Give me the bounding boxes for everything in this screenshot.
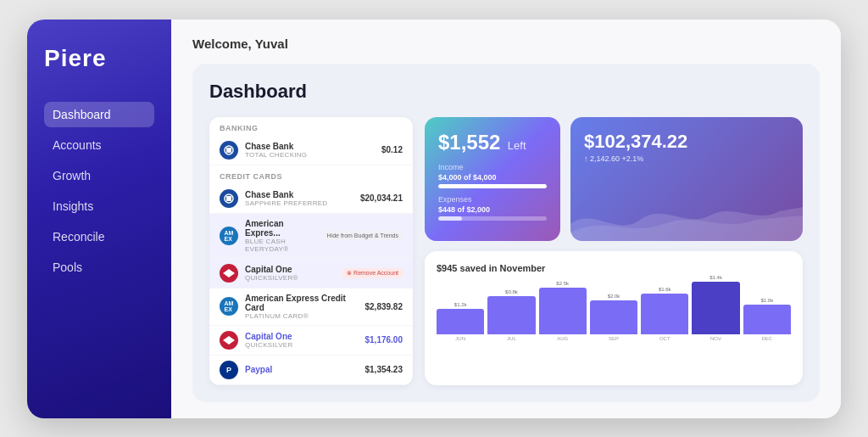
sidebar-item-insights[interactable]: Insights: [44, 193, 154, 219]
main-content: Welcome, Yuval Dashboard Banking Chase B…: [171, 20, 841, 418]
bar-month: NOV: [710, 336, 721, 341]
expenses-progress-fill: [438, 216, 462, 221]
account-info: Paypal: [245, 365, 359, 374]
account-name: Chase Bank: [245, 190, 353, 199]
bar: [437, 309, 484, 334]
bar-label: $1.4k: [709, 275, 722, 280]
bar-month: JUN: [455, 336, 465, 341]
sidebar-nav: Dashboard Accounts Growth Insights Recon…: [44, 102, 154, 280]
bar-label: $2.0k: [608, 294, 620, 299]
income-value: $4,000 of $4,000: [438, 173, 547, 182]
table-row: AMEX American Expres... Blue Cash Everyd…: [209, 214, 413, 259]
credit-cards-label: Credit Cards: [209, 165, 413, 184]
bar-group: $0.8k JUL: [487, 289, 535, 341]
amex2-icon: AMEX: [220, 297, 238, 316]
app-logo: Piere: [44, 45, 154, 72]
account-sub: Quicksilver: [245, 341, 359, 349]
budget-amount: $1,552 Left: [438, 131, 547, 154]
amex-icon: AMEX: [220, 227, 238, 245]
table-row: Capital One Quicksilver® ⊗ Remove Accoun…: [209, 259, 413, 289]
account-name: American Expres...: [245, 219, 316, 238]
bar: [743, 305, 791, 334]
table-row: AMEX American Express Credit Card Platin…: [209, 289, 413, 326]
device-frame: Piere Dashboard Accounts Growth Insights…: [27, 20, 841, 418]
account-sub: TOTAL CHECKING: [245, 151, 375, 159]
account-info: Chase Bank SAPPHIRE PREFERRED: [245, 190, 353, 207]
sidebar: Piere Dashboard Accounts Growth Insights…: [27, 20, 171, 418]
bar-label: $1.6k: [659, 287, 671, 292]
table-row: Chase Bank TOTAL CHECKING $0.12: [209, 136, 413, 165]
networth-amount: $102,374.22: [584, 131, 789, 153]
sidebar-item-reconcile[interactable]: Reconcile: [44, 224, 154, 249]
bar-month: SEP: [609, 336, 619, 341]
bar-group: $1.2k JUN: [437, 302, 484, 341]
account-amount: $1,176.00: [365, 335, 403, 345]
account-info: American Express Credit Card Platinum Ca…: [245, 294, 359, 320]
savings-card: $945 saved in November $1.2k JUN $0.8k: [425, 251, 803, 385]
expenses-value: $448 of $2,000: [438, 205, 547, 214]
sidebar-item-pools[interactable]: Pools: [44, 255, 154, 280]
account-sub: Platinum Card®: [245, 312, 359, 320]
budget-card: $1,552 Left Income $4,000 of $4,000: [425, 117, 560, 241]
account-sub: Quicksilver®: [245, 274, 336, 282]
expenses-progress-bar: [438, 216, 547, 221]
account-actions: ⊗ Remove Account: [342, 268, 403, 278]
dashboard-title: Dashboard: [209, 81, 803, 103]
account-amount: $1,354.23: [365, 365, 403, 374]
income-row: Income $4,000 of $4,000: [438, 163, 547, 188]
bar-group: $1.6k OCT: [641, 287, 688, 341]
capital-one2-icon: [220, 331, 238, 350]
account-name: American Express Credit Card: [245, 294, 359, 312]
sidebar-item-growth[interactable]: Growth: [44, 163, 154, 188]
bar-month: DEC: [761, 336, 772, 341]
bar-group: $1.0k DEC: [743, 298, 791, 341]
account-amount: $2,839.82: [365, 302, 403, 311]
bar-month: JUL: [507, 336, 516, 341]
remove-account-button[interactable]: ⊗ Remove Account: [342, 268, 403, 278]
capital-one-icon: [220, 264, 238, 283]
bar-highlight: [692, 282, 739, 334]
bar-label: $1.0k: [760, 298, 773, 303]
bar-label: $1.2k: [454, 302, 467, 307]
account-sub: Blue Cash Everyday®: [245, 238, 316, 253]
account-amount: $0.12: [381, 145, 403, 154]
dashboard-area: Dashboard Banking Chase Bank TOTAL CHECK…: [192, 64, 820, 402]
account-info: Chase Bank TOTAL CHECKING: [245, 142, 375, 159]
networth-change: ↑ 2,142.60 +2.1%: [584, 154, 789, 163]
income-progress-bar: [438, 184, 547, 188]
bar-group: $2.0k SEP: [590, 294, 637, 341]
svg-rect-3: [226, 196, 231, 201]
account-info: American Expres... Blue Cash Everyday®: [245, 219, 316, 253]
table-row: Chase Bank SAPPHIRE PREFERRED $20,034.21: [209, 184, 413, 214]
account-info: Capital One Quicksilver®: [245, 265, 336, 282]
bar-month: OCT: [659, 336, 670, 341]
bar-month: AUG: [557, 336, 568, 341]
hide-budget-button[interactable]: Hide from Budget & Trends: [323, 231, 403, 240]
expenses-label: Expenses: [438, 195, 547, 204]
sidebar-item-dashboard[interactable]: Dashboard: [44, 102, 154, 127]
account-amount: $20,034.21: [360, 193, 403, 203]
account-name: Capital One: [245, 332, 359, 341]
budget-amount-value: $1,552: [438, 131, 500, 154]
account-sub: SAPPHIRE PREFERRED: [245, 199, 353, 207]
income-progress-fill: [438, 184, 547, 188]
networth-card: $102,374.22 ↑ 2,142.60 +2.1%: [570, 117, 803, 241]
table-row: Capital One Quicksilver $1,176.00: [209, 326, 413, 356]
bar-chart: $1.2k JUN $0.8k JUL $2.5k: [437, 282, 791, 341]
sidebar-item-accounts[interactable]: Accounts: [44, 132, 154, 158]
bar: [487, 296, 535, 334]
account-name: Capital One: [245, 265, 336, 274]
wave-area: [570, 190, 803, 241]
bar-label: $2.5k: [556, 281, 569, 286]
savings-title: $945 saved in November: [437, 263, 791, 273]
svg-rect-1: [226, 148, 231, 153]
bar: [590, 300, 637, 334]
bar-label: $0.8k: [505, 289, 518, 294]
account-name: Chase Bank: [245, 142, 375, 151]
account-info: Capital One Quicksilver: [245, 332, 359, 349]
welcome-header: Welcome, Yuval: [192, 36, 820, 51]
account-actions: Hide from Budget & Trends: [323, 231, 403, 240]
top-panels: $1,552 Left Income $4,000 of $4,000: [425, 117, 803, 241]
bar: [539, 288, 587, 334]
right-panels: $1,552 Left Income $4,000 of $4,000: [425, 117, 803, 385]
